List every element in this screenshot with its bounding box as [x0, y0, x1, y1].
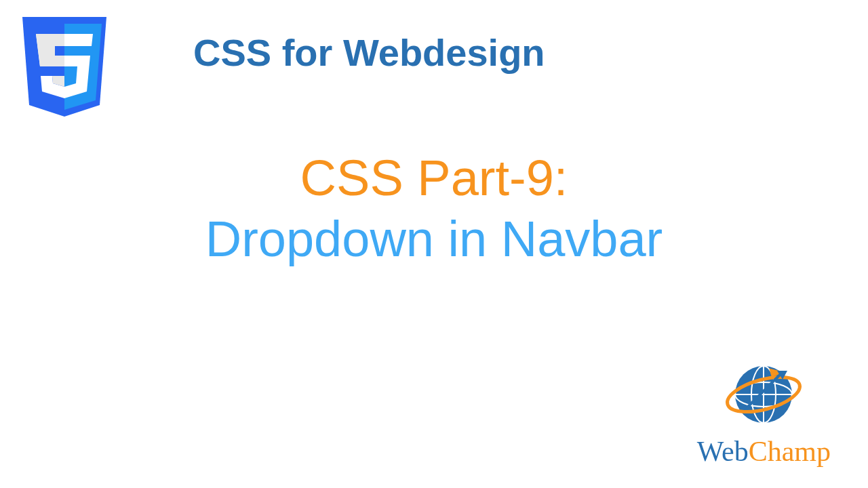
- header-row: CSS for Webdesign: [0, 0, 868, 122]
- brand-name-part2: Champ: [749, 436, 831, 467]
- course-title: CSS for Webdesign: [193, 30, 545, 75]
- part-label: CSS Part-9:: [0, 149, 868, 207]
- title-section: CSS Part-9: Dropdown in Navbar: [0, 149, 868, 268]
- css3-shield-icon: [17, 14, 112, 122]
- brand-name-part1: Web: [697, 436, 749, 467]
- brand-name: WebChamp: [697, 435, 831, 468]
- globe-arrow-icon: [723, 357, 804, 432]
- brand-section: WebChamp: [697, 357, 831, 468]
- topic-title: Dropdown in Navbar: [0, 210, 868, 268]
